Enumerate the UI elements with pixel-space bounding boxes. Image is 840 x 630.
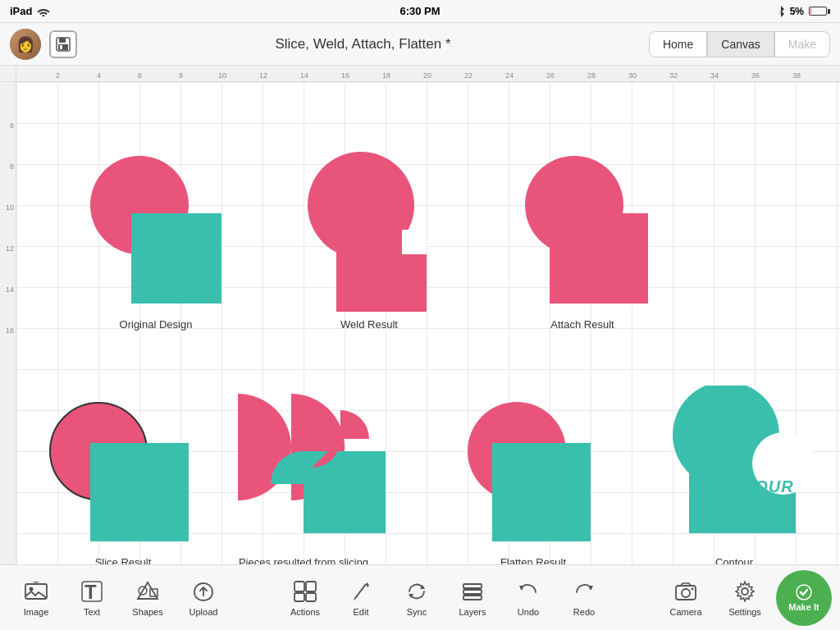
pieces-label: Pieces resulted from slicing (239, 556, 368, 564)
edit-label: Edit (354, 607, 369, 617)
settings-icon (733, 579, 757, 604)
svg-marker-30 (519, 586, 524, 591)
undo-label: Undo (518, 607, 539, 617)
canvas-area: 2 4 6 8 10 12 14 16 18 20 22 24 26 28 30… (0, 66, 840, 564)
svg-rect-6 (402, 230, 427, 254)
slice-rect (90, 443, 189, 541)
make-it-button[interactable]: Make It (776, 570, 832, 626)
bottom-toolbar: Image T Text Shapes Upload Actions (0, 564, 840, 630)
design-weld: Weld Result (295, 148, 443, 331)
toolbar-shapes[interactable]: Shapes (120, 574, 176, 622)
save-button[interactable] (49, 30, 77, 58)
attach-label: Attach Result (550, 318, 614, 331)
toolbar-right: Camera Settings Make It (658, 570, 832, 626)
svg-rect-27 (463, 584, 482, 588)
design-pieces: Pieces resulted from slicing (213, 386, 394, 564)
weld-label: Weld Result (340, 318, 398, 331)
make-it-icon (796, 584, 812, 600)
original-rect (131, 213, 221, 304)
design-flatten: Flatten Result (459, 386, 607, 564)
camera-label: Camera (669, 607, 701, 617)
toolbar-text[interactable]: T Text (64, 574, 120, 622)
page-title: Slice, Weld, Attach, Flatten * (275, 36, 450, 52)
svg-text:T: T (84, 581, 97, 602)
svg-rect-1 (59, 38, 66, 43)
attach-circle (525, 156, 623, 254)
redo-label: Redo (573, 607, 595, 617)
undo-icon (516, 579, 541, 604)
battery-icon (809, 7, 830, 16)
top-left-controls: 👩 (10, 29, 77, 60)
svg-point-34 (692, 587, 694, 590)
status-left: iPad (10, 5, 50, 17)
toolbar-settings[interactable]: Settings (717, 574, 773, 622)
toolbar-camera[interactable]: Camera (658, 574, 714, 622)
upload-label: Upload (189, 607, 218, 617)
svg-rect-24 (306, 593, 316, 601)
battery-pct: 5% (790, 6, 804, 17)
toolbar-image[interactable]: Image (8, 574, 64, 622)
wifi-icon (37, 7, 50, 16)
flatten-label: Flatten Result (500, 556, 566, 564)
flatten-rect (492, 443, 591, 541)
shapes-icon (135, 579, 160, 604)
text-icon: T (80, 579, 104, 604)
home-button[interactable]: Home (649, 31, 707, 57)
status-right: 5% (777, 6, 830, 17)
text-label: Text (84, 607, 100, 617)
image-label: Image (24, 607, 49, 617)
design-contour: CONTOUR Contour (656, 386, 812, 564)
actions-icon (293, 579, 317, 604)
redo-icon (572, 579, 596, 604)
layers-icon (460, 579, 485, 604)
ruler-corner (0, 66, 16, 82)
bluetooth-icon (777, 6, 785, 17)
toolbar-upload[interactable]: Upload (176, 574, 231, 622)
svg-rect-23 (294, 593, 304, 601)
sync-label: Sync (407, 607, 427, 617)
svg-rect-28 (463, 590, 482, 594)
svg-rect-3 (60, 45, 62, 49)
svg-point-13 (30, 587, 34, 591)
svg-point-33 (682, 589, 690, 597)
toolbar-layers[interactable]: Layers (445, 574, 500, 622)
design-slice: Slice Result (41, 386, 205, 564)
svg-text:CONTOUR: CONTOUR (705, 477, 794, 495)
toolbar-sync[interactable]: Sync (389, 574, 445, 622)
svg-rect-29 (463, 596, 482, 600)
sync-icon (404, 579, 429, 604)
avatar[interactable]: 👩 (10, 29, 41, 60)
settings-label: Settings (728, 607, 761, 617)
upload-icon (191, 579, 216, 604)
svg-point-35 (742, 588, 748, 595)
svg-rect-22 (306, 582, 316, 591)
avatar-image: 👩 (10, 29, 41, 60)
make-button[interactable]: Make (774, 31, 830, 57)
toolbar-redo[interactable]: Redo (556, 574, 612, 622)
top-nav: Home Canvas Make (649, 31, 830, 57)
camera-icon (673, 579, 698, 604)
contour-label: Contour (715, 556, 753, 564)
toolbar-actions[interactable]: Actions (277, 574, 333, 622)
edit-icon (349, 579, 373, 604)
weld-svg (295, 148, 443, 312)
toolbar-center: Actions Edit Sync Layers Undo (277, 574, 612, 622)
canvas-button[interactable]: Canvas (707, 31, 774, 57)
svg-marker-31 (588, 586, 593, 591)
toolbar-undo[interactable]: Undo (500, 574, 556, 622)
original-label: Original Design (120, 318, 193, 331)
layers-label: Layers (459, 607, 486, 617)
design-attach: Attach Result (509, 148, 656, 331)
status-bar: iPad 6:30 PM 5% (0, 0, 840, 23)
svg-rect-2 (58, 44, 68, 50)
contour-svg: CONTOUR (656, 386, 812, 537)
slice-label: Slice Result (95, 556, 152, 564)
ruler-horizontal: 2 4 6 8 10 12 14 16 18 20 22 24 26 28 30… (16, 66, 840, 82)
svg-rect-21 (294, 582, 304, 591)
device-label: iPad (10, 5, 32, 17)
make-it-label: Make It (788, 602, 819, 612)
shapes-label: Shapes (132, 607, 162, 617)
image-icon (24, 579, 48, 604)
status-time: 6:30 PM (399, 5, 440, 17)
toolbar-edit[interactable]: Edit (333, 574, 389, 622)
